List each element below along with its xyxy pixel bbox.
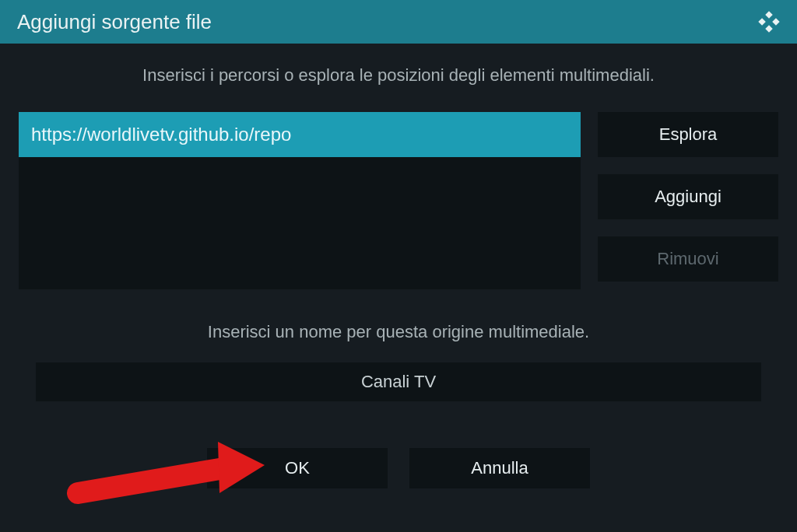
ok-button[interactable]: OK bbox=[207, 448, 388, 488]
svg-rect-3 bbox=[765, 25, 773, 33]
add-button[interactable]: Aggiungi bbox=[598, 174, 778, 219]
source-name-input[interactable]: Canali TV bbox=[36, 362, 761, 401]
name-instruction: Inserisci un nome per questa origine mul… bbox=[19, 322, 778, 342]
dialog-window: Aggiungi sorgente file Inserisci i perco… bbox=[0, 0, 797, 532]
path-input[interactable]: https://worldlivetv.github.io/repo bbox=[19, 112, 581, 157]
svg-rect-0 bbox=[765, 11, 773, 19]
svg-rect-2 bbox=[772, 18, 780, 26]
cancel-button[interactable]: Annulla bbox=[409, 448, 590, 488]
remove-button: Rimuovi bbox=[598, 236, 778, 282]
kodi-logo-icon bbox=[758, 11, 780, 33]
footer-buttons: OK Annulla bbox=[19, 448, 778, 488]
side-buttons: Esplora Aggiungi Rimuovi bbox=[598, 112, 778, 289]
paths-row: https://worldlivetv.github.io/repo Esplo… bbox=[19, 112, 778, 289]
path-area: https://worldlivetv.github.io/repo bbox=[19, 112, 581, 289]
dialog-title: Aggiungi sorgente file bbox=[17, 10, 212, 34]
browse-button[interactable]: Esplora bbox=[598, 112, 778, 157]
path-list[interactable] bbox=[19, 157, 581, 289]
dialog-content: Inserisci i percorsi o esplora le posizi… bbox=[0, 44, 797, 488]
svg-rect-1 bbox=[758, 18, 766, 26]
paths-instruction: Inserisci i percorsi o esplora le posizi… bbox=[19, 65, 778, 86]
titlebar: Aggiungi sorgente file bbox=[0, 0, 797, 44]
